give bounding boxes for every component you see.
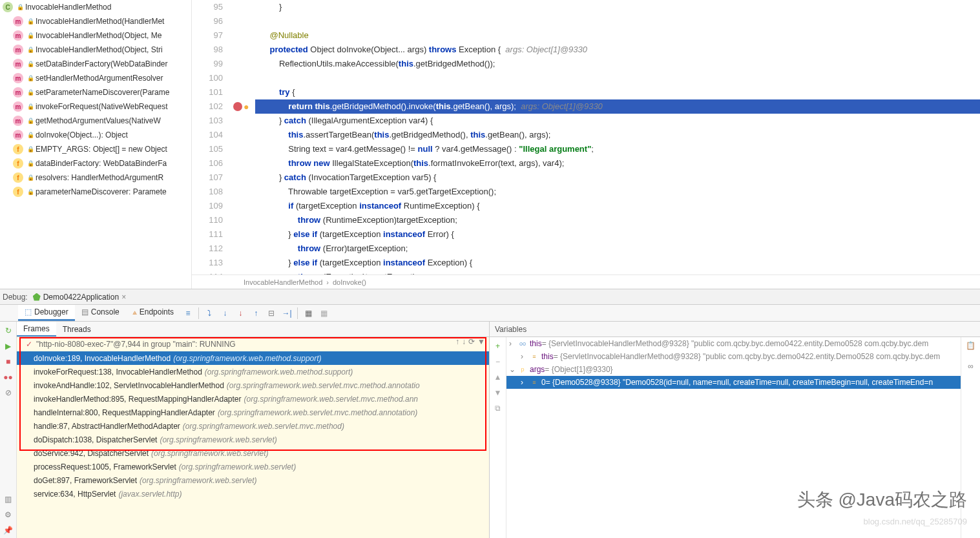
variables-header: Variables: [490, 322, 980, 337]
outline-member[interactable]: m🔒InvocableHandlerMethod(Object, Me: [0, 28, 191, 43]
lock-icon: 🔒: [27, 18, 34, 25]
outline-member[interactable]: m🔒invokeForRequest(NativeWebRequest: [0, 99, 191, 114]
lock-icon: 🔒: [27, 118, 34, 124]
view-bp-icon[interactable]: ●●: [2, 371, 15, 384]
tab-endpoints[interactable]: ⟁Endpoints: [126, 305, 180, 321]
lock-icon: 🔒: [27, 174, 34, 181]
frames-list[interactable]: ✓ "http-nio-8080-exec-7"@7,944 in group …: [17, 337, 489, 538]
stack-frame[interactable]: processRequest:1005, FrameworkServlet(or…: [17, 460, 489, 473]
variable-row[interactable]: ›≡this = {ServletInvocableHandlerMethod@…: [506, 350, 961, 363]
stack-frame[interactable]: invokeHandlerMethod:895, RequestMappingH…: [17, 392, 489, 406]
threads-icon[interactable]: ≡: [181, 306, 195, 320]
chevron-icon[interactable]: ›: [509, 339, 518, 348]
variable-row[interactable]: ›≡0 = {Demo0528@9338} "Demo0528(id=null,…: [506, 376, 961, 389]
clipboard-icon[interactable]: 📋: [966, 341, 975, 350]
method-icon: m: [13, 87, 23, 98]
debug-panel: Debug: Demo0422Application × ⬚Debugger ▤…: [0, 289, 980, 538]
step-into-icon[interactable]: ↓: [218, 306, 232, 320]
method-icon: m: [13, 101, 23, 112]
var-type-icon: ≡: [530, 378, 539, 387]
resume-icon[interactable]: ▶: [2, 340, 15, 353]
lock-icon: 🔒: [27, 32, 34, 39]
step-over-icon[interactable]: ⤵: [202, 306, 216, 320]
settings-icon[interactable]: ⚙: [2, 508, 15, 521]
structure-outline[interactable]: C 🔒 InvocableHandlerMethod m🔒InvocableHa…: [0, 0, 192, 289]
field-icon: f: [13, 144, 23, 154]
outline-member[interactable]: m🔒InvocableHandlerMethod(Object, Stri: [0, 43, 191, 57]
remove-watch-icon[interactable]: −: [492, 355, 505, 368]
down-icon[interactable]: ▼: [492, 386, 505, 399]
outline-member[interactable]: f🔒resolvers: HandlerMethodArgumentR: [0, 171, 191, 185]
force-step-into-icon[interactable]: ↓: [233, 306, 247, 320]
line-gutter[interactable]: 9596979899100101102103104105106107108109…: [192, 0, 231, 274]
method-icon: m: [13, 130, 23, 140]
stack-frame[interactable]: doInvoke:189, InvocableHandlerMethod(org…: [17, 351, 489, 365]
lock-icon: 🔒: [27, 160, 34, 167]
pin-icon[interactable]: 📌: [2, 524, 15, 537]
chevron-icon[interactable]: ⌄: [509, 365, 518, 374]
debug-header: Debug: Demo0422Application ×: [0, 289, 980, 305]
evaluate-icon[interactable]: ▦: [301, 306, 315, 320]
method-icon: m: [13, 116, 23, 126]
stack-frame[interactable]: doService:942, DispatcherServlet(org.spr…: [17, 446, 489, 460]
stack-frame[interactable]: doDispatch:1038, DispatcherServlet(org.s…: [17, 433, 489, 446]
stack-frame[interactable]: invokeForRequest:138, InvocableHandlerMe…: [17, 365, 489, 378]
stack-frame[interactable]: service:634, HttpServlet(javax.servlet.h…: [17, 487, 489, 501]
funnel-icon[interactable]: ▼: [477, 337, 485, 346]
tab-debugger[interactable]: ⬚Debugger: [18, 305, 75, 321]
lock-icon: 🔒: [17, 4, 24, 10]
tab-console[interactable]: ▤Console: [75, 305, 126, 321]
outline-member[interactable]: m🔒setParameterNameDiscoverer(Parame: [0, 85, 191, 99]
drop-frame-icon[interactable]: ⊟: [264, 306, 278, 320]
method-icon: m: [13, 73, 23, 83]
step-out-icon[interactable]: ↑: [249, 306, 263, 320]
variable-row[interactable]: ⌄pargs = {Object[1]@9330}: [506, 363, 961, 376]
outline-member[interactable]: m🔒setDataBinderFactory(WebDataBinder: [0, 57, 191, 71]
next-frame-icon[interactable]: ↓: [462, 337, 466, 346]
run-to-cursor-icon[interactable]: →|: [280, 306, 294, 320]
subtab-frames[interactable]: Frames: [17, 322, 56, 336]
check-icon: ✓: [26, 340, 32, 349]
outline-class[interactable]: C 🔒 InvocableHandlerMethod: [0, 0, 191, 14]
copy-icon[interactable]: ⧉: [492, 402, 505, 415]
stack-frame[interactable]: doGet:897, FrameworkServlet(org.springfr…: [17, 473, 489, 487]
link-icon[interactable]: ∞: [968, 362, 974, 371]
outline-member[interactable]: m🔒getMethodArgumentValues(NativeW: [0, 114, 191, 128]
outline-member[interactable]: m🔒setHandlerMethodArgumentResolver: [0, 71, 191, 85]
var-type-icon: p: [518, 365, 527, 374]
debug-label: Debug:: [3, 293, 28, 302]
chevron-icon[interactable]: ›: [521, 352, 530, 361]
stack-frame[interactable]: handle:87, AbstractHandlerMethodAdapter(…: [17, 419, 489, 433]
variables-panel[interactable]: Variables + − ▲ ▼ ⧉ ›oothis = {ServletIn…: [489, 322, 980, 538]
filter-icon[interactable]: ⟳: [468, 337, 475, 346]
variable-row[interactable]: ›oothis = {ServletInvocableHandlerMethod…: [506, 337, 961, 350]
variables-list[interactable]: ›oothis = {ServletInvocableHandlerMethod…: [506, 337, 961, 538]
outline-member[interactable]: f🔒parameterNameDiscoverer: Paramete: [0, 185, 191, 199]
chevron-icon[interactable]: ›: [521, 378, 530, 387]
stop-icon[interactable]: ■: [2, 355, 15, 368]
new-watch-icon[interactable]: +: [492, 340, 505, 353]
outline-member[interactable]: f🔒EMPTY_ARGS: Object[] = new Object: [0, 142, 191, 156]
rerun-icon[interactable]: ↻: [2, 324, 15, 337]
method-icon: m: [13, 16, 23, 26]
code-editor[interactable]: 9596979899100101102103104105106107108109…: [192, 0, 980, 289]
stack-frame[interactable]: handleInternal:800, RequestMappingHandle…: [17, 406, 489, 419]
gutter-markers[interactable]: ●: [231, 0, 255, 274]
thread-header[interactable]: ✓ "http-nio-8080-exec-7"@7,944 in group …: [17, 337, 489, 351]
outline-member[interactable]: m🔒InvocableHandlerMethod(HandlerMet: [0, 14, 191, 28]
close-icon[interactable]: ×: [121, 293, 126, 302]
stack-frame[interactable]: invokeAndHandle:102, ServletInvocableHan…: [17, 378, 489, 392]
subtab-threads[interactable]: Threads: [56, 322, 98, 336]
layout-icon[interactable]: ▥: [2, 493, 15, 506]
outline-member[interactable]: f🔒dataBinderFactory: WebDataBinderFa: [0, 156, 191, 171]
prev-frame-icon[interactable]: ↑: [455, 337, 459, 346]
outline-member[interactable]: m🔒doInvoke(Object...): Object: [0, 128, 191, 142]
code-area[interactable]: } @Nullable protected Object doInvoke(Ob…: [255, 0, 980, 274]
lock-icon: 🔒: [27, 75, 34, 81]
breakpoint-icon[interactable]: [233, 102, 242, 111]
breadcrumb[interactable]: InvocableHandlerMethod › doInvoke(): [192, 274, 980, 289]
trace-icon[interactable]: ▦: [317, 306, 331, 320]
mute-bp-icon[interactable]: ⊘: [2, 386, 15, 399]
up-icon[interactable]: ▲: [492, 371, 505, 384]
run-config[interactable]: Demo0422Application ×: [33, 293, 126, 302]
